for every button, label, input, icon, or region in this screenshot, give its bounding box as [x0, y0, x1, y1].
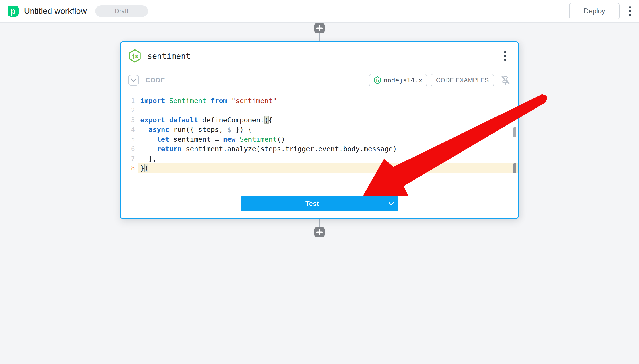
code-token: sentiment.analyze(steps.trigger.event.bo…: [182, 145, 397, 153]
svg-text:js: js: [132, 53, 138, 60]
code-line: 7 },: [121, 154, 518, 164]
code-token: sentiment =: [169, 135, 223, 143]
connector-line-bottom: [319, 219, 320, 228]
code-token: [207, 97, 211, 105]
plus-icon: [316, 229, 323, 236]
code-token: [227, 97, 231, 105]
code-section-label: CODE: [146, 77, 165, 84]
code-section-toolbar: CODE js nodejs14.x CODE EXAMPLES: [121, 70, 518, 90]
indent-guide: [148, 144, 148, 154]
code-token: Sentiment: [169, 97, 207, 105]
chevron-down-icon: [130, 78, 137, 82]
code-token: [140, 145, 157, 153]
code-text: return sentiment.analyze(steps.trigger.e…: [140, 145, 518, 153]
pipedream-logo[interactable]: p: [8, 6, 19, 17]
runtime-version-badge[interactable]: js nodejs14.x: [369, 74, 427, 86]
pin-off-icon: [501, 75, 511, 85]
code-token: [165, 116, 169, 124]
status-badge: Draft: [95, 5, 148, 17]
editor-scrollbar-track: [515, 95, 515, 188]
line-number: 8: [121, 164, 140, 172]
code-step-card: js sentiment CODE js nodejs14.x CODE EXA…: [120, 42, 519, 219]
indent-guide: [140, 144, 140, 154]
code-token: [140, 135, 157, 143]
indent-guide: [140, 134, 140, 144]
code-token: return: [157, 145, 182, 153]
line-number: 2: [121, 106, 140, 114]
line-number: 7: [121, 155, 140, 162]
code-token: $: [227, 126, 231, 134]
code-token: }) {: [231, 126, 252, 134]
step-header: js sentiment: [121, 42, 518, 70]
connector-line-top: [319, 33, 320, 42]
indent-guide: [140, 154, 140, 164]
step-name[interactable]: sentiment: [147, 52, 191, 60]
code-token: "sentiment": [231, 97, 277, 105]
code-text: },: [140, 154, 518, 162]
code-token: defineComponent: [198, 116, 264, 124]
code-token: import: [140, 97, 165, 105]
workflow-menu-kebab-icon[interactable]: [627, 4, 633, 18]
code-token: new: [223, 135, 235, 143]
code-editor[interactable]: 1import Sentiment from "sentiment"23expo…: [121, 91, 518, 191]
line-number: 3: [121, 116, 140, 124]
code-text: export default defineComponent({: [140, 116, 518, 124]
workflow-title[interactable]: Untitled workflow: [24, 6, 87, 16]
deploy-button[interactable]: Deploy: [569, 3, 620, 19]
code-line: 4 async run({ steps, $ }) {: [121, 125, 518, 134]
code-line: 5 let sentiment = new Sentiment(): [121, 134, 518, 144]
plus-icon: [316, 25, 323, 32]
code-token: default: [169, 116, 198, 124]
line-number: 1: [121, 97, 140, 104]
editor-scrollbar-mark[interactable]: [513, 128, 516, 137]
add-step-below-button[interactable]: [314, 227, 325, 237]
code-token: {: [269, 116, 273, 124]
code-token: export: [140, 116, 165, 124]
line-number: 4: [121, 126, 140, 133]
code-token: [140, 126, 148, 134]
indent-guide: [140, 125, 140, 134]
code-token: async: [148, 126, 169, 134]
code-token: (): [277, 135, 285, 143]
code-token: [235, 135, 240, 143]
code-token: }: [140, 164, 144, 172]
code-line: 1import Sentiment from "sentiment": [121, 96, 518, 106]
indent-guide: [148, 134, 148, 144]
step-menu-kebab-icon[interactable]: [502, 49, 508, 63]
code-token: Sentiment: [240, 135, 277, 143]
step-footer: Test: [121, 191, 518, 218]
matching-bracket: ): [144, 164, 149, 172]
nodejs-icon: js: [374, 76, 381, 84]
runtime-version-label: nodejs14.x: [384, 76, 422, 84]
editor-top-padding: [121, 91, 518, 96]
code-text: let sentiment = new Sentiment(): [140, 135, 518, 143]
code-token: run({ steps,: [169, 126, 227, 134]
code-token: [165, 97, 169, 105]
matching-bracket: (: [264, 116, 269, 124]
chevron-down-icon: [389, 202, 394, 206]
code-line: 6 return sentiment.analyze(steps.trigger…: [121, 144, 518, 154]
code-token: let: [157, 135, 169, 143]
code-examples-button[interactable]: CODE EXAMPLES: [431, 74, 494, 86]
code-text: }): [140, 164, 518, 172]
line-number: 5: [121, 136, 140, 143]
code-token: from: [211, 97, 227, 105]
nodejs-icon: js: [129, 49, 141, 63]
top-bar: p Untitled workflow Draft Deploy: [0, 0, 639, 22]
unpin-button[interactable]: [501, 75, 511, 85]
editor-scrollbar-thumb[interactable]: [513, 164, 516, 173]
code-text: import Sentiment from "sentiment": [140, 97, 518, 105]
code-line: 2: [121, 106, 518, 115]
svg-text:js: js: [375, 78, 379, 82]
code-line: 8}): [121, 164, 518, 173]
add-step-above-button[interactable]: [314, 23, 325, 33]
code-token: },: [140, 154, 157, 162]
code-line: 3export default defineComponent({: [121, 115, 518, 125]
code-text: async run({ steps, $ }) {: [140, 126, 518, 134]
test-options-dropdown-button[interactable]: [384, 196, 399, 212]
test-button-group: Test: [240, 196, 399, 212]
line-number: 6: [121, 145, 140, 152]
test-button[interactable]: Test: [240, 196, 384, 212]
collapse-section-button[interactable]: [128, 75, 139, 86]
